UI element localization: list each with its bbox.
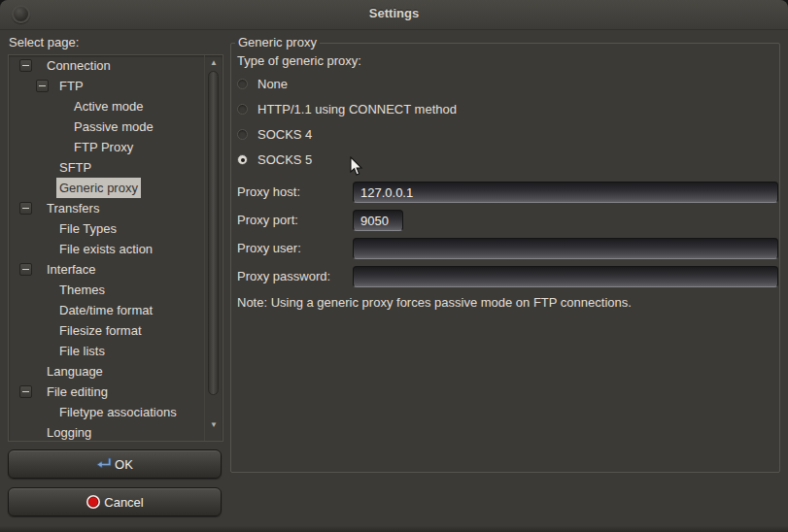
window-title: Settings	[0, 6, 788, 20]
groupbox-legend: Generic proxy	[235, 35, 320, 50]
tree-item-label: File lists	[56, 341, 108, 361]
select-page-label: Select page:	[9, 35, 79, 50]
tree-item-label: Passive mode	[71, 116, 156, 137]
expander-minus-icon[interactable]	[19, 59, 32, 72]
form-field-row: Proxy password:	[237, 266, 776, 287]
field-label: Proxy user:	[237, 238, 301, 259]
tree-rows: Connection FTP Active mode Passive mode …	[9, 55, 223, 442]
radio-option-label: HTTP/1.1 using CONNECT method	[257, 102, 457, 116]
page-tree[interactable]: Connection FTP Active mode Passive mode …	[8, 54, 223, 442]
field-label: Proxy host:	[237, 182, 300, 203]
tree-item[interactable]: File editing	[9, 382, 223, 402]
text-input[interactable]	[353, 238, 778, 259]
radio-button-icon[interactable]	[237, 79, 248, 89]
titlebar[interactable]: Settings	[0, 0, 788, 30]
tree-item-label: Generic proxy	[56, 178, 141, 198]
scroll-up-icon[interactable]: ▲	[205, 58, 223, 67]
tree-item[interactable]: Themes	[9, 280, 223, 300]
tree-item[interactable]: Generic proxy	[9, 178, 223, 198]
tree-item-label: Connection	[44, 55, 114, 76]
radio-option[interactable]: SOCKS 5	[237, 153, 773, 167]
tree-item[interactable]: Connection	[9, 55, 223, 76]
note-label: Note: Using a generic proxy forces passi…	[237, 295, 632, 310]
tree-item[interactable]: Interface	[9, 259, 223, 280]
tree-item-label: Filesize format	[56, 320, 145, 341]
tree-item[interactable]: Logging	[9, 422, 223, 442]
cancel-stop-icon	[86, 494, 101, 510]
scroll-down-icon[interactable]: ▼	[205, 420, 223, 429]
tree-item[interactable]: File Types	[9, 218, 223, 239]
expander-minus-icon[interactable]	[19, 385, 32, 398]
tree-item-label: File exists action	[56, 239, 155, 259]
tree-item[interactable]: Filesize format	[9, 320, 223, 341]
text-input[interactable]	[353, 266, 778, 287]
tree-item[interactable]: Language	[9, 361, 223, 382]
tree-item-label: Active mode	[71, 96, 147, 116]
field-label: Proxy port:	[237, 210, 298, 231]
tree-item[interactable]: Passive mode	[9, 116, 223, 137]
cancel-button[interactable]: Cancel	[8, 487, 222, 516]
expander-minus-icon[interactable]	[19, 202, 32, 215]
settings-window: Settings Select page: Connection FTP Act…	[0, 0, 788, 532]
proxy-type-radio-group: None HTTP/1.1 using CONNECT method SOCKS…	[237, 78, 773, 179]
radio-option[interactable]: None	[237, 78, 773, 91]
form-field-row: Proxy user:	[237, 238, 776, 259]
radio-option[interactable]: HTTP/1.1 using CONNECT method	[237, 103, 773, 116]
radio-option[interactable]: SOCKS 4	[237, 128, 773, 142]
tree-item[interactable]: File exists action	[9, 239, 223, 259]
tree-item-label: Language	[44, 361, 106, 382]
tree-item-label: Transfers	[44, 198, 102, 218]
radio-option-label: SOCKS 5	[257, 152, 312, 167]
tree-scrollbar[interactable]: ▲ ▼	[204, 55, 223, 441]
cancel-button-label: Cancel	[104, 495, 143, 510]
tree-item-label: FTP Proxy	[71, 137, 136, 157]
tree-item-label: Date/time format	[56, 300, 155, 320]
tree-item-label: Logging	[44, 422, 94, 442]
generic-proxy-groupbox: Generic proxy Type of generic proxy: Non…	[230, 43, 780, 473]
tree-item-label: Interface	[44, 259, 99, 280]
tree-item[interactable]: Filetype associations	[9, 402, 223, 422]
radio-button-icon[interactable]	[237, 104, 248, 115]
tree-item[interactable]: FTP Proxy	[9, 137, 223, 157]
type-of-proxy-label: Type of generic proxy:	[237, 53, 361, 68]
tree-item[interactable]: SFTP	[9, 157, 223, 178]
field-label: Proxy password:	[237, 266, 330, 287]
ok-button-label: OK	[115, 457, 133, 472]
ok-button[interactable]: OK	[8, 449, 222, 479]
tree-item[interactable]: Active mode	[9, 96, 223, 116]
text-input[interactable]	[353, 210, 403, 231]
expander-minus-icon[interactable]	[19, 263, 32, 276]
tree-item[interactable]: Date/time format	[9, 300, 223, 320]
window-bottom-edge	[0, 526, 788, 532]
tree-item[interactable]: FTP	[9, 76, 223, 96]
text-input[interactable]	[353, 182, 778, 203]
form-field-row: Proxy port:	[237, 210, 776, 231]
radio-button-icon[interactable]	[237, 129, 248, 140]
ok-return-arrow-icon	[96, 457, 112, 471]
tree-item-label: File editing	[44, 382, 111, 402]
form-field-row: Proxy host:	[237, 182, 776, 203]
expander-minus-icon[interactable]	[36, 80, 49, 92]
tree-item-label: Themes	[56, 280, 108, 300]
scrollbar-thumb[interactable]	[208, 71, 219, 395]
tree-item-label: File Types	[56, 218, 120, 239]
tree-item-label: FTP	[56, 76, 86, 96]
tree-item-label: Filetype associations	[56, 402, 180, 422]
tree-item[interactable]: File lists	[9, 341, 223, 361]
tree-item-label: SFTP	[56, 157, 94, 178]
radio-option-label: None	[257, 77, 288, 91]
radio-option-label: SOCKS 4	[257, 127, 312, 142]
proxy-fields: Proxy host: Proxy port: Proxy user: Prox…	[237, 182, 776, 294]
tree-item[interactable]: Transfers	[9, 198, 223, 218]
radio-button-icon[interactable]	[237, 154, 248, 165]
